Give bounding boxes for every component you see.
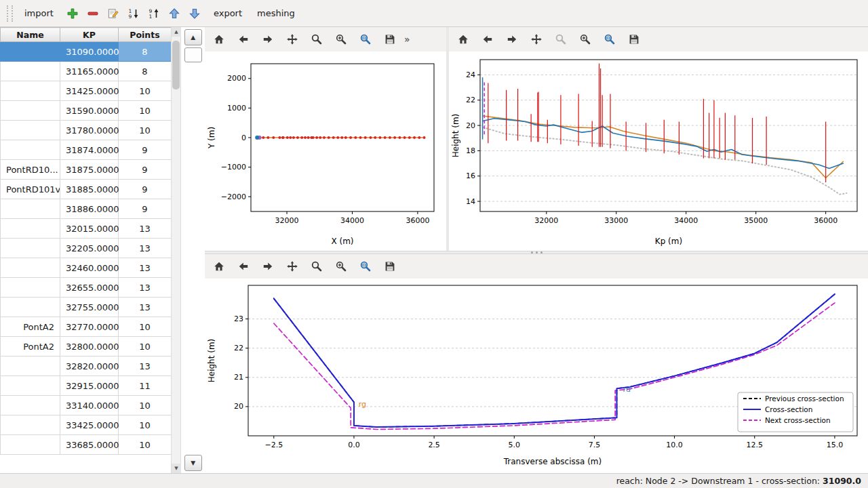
zoom-axes-button[interactable] bbox=[575, 30, 595, 49]
table-row[interactable]: 31874.00009 bbox=[1, 140, 172, 160]
panel-scroll-thumb[interactable] bbox=[184, 47, 202, 62]
back-button[interactable] bbox=[477, 30, 498, 49]
save-button[interactable] bbox=[380, 30, 400, 49]
table-row[interactable]: 31590.000010 bbox=[1, 101, 172, 121]
cell-points: 9 bbox=[119, 180, 172, 199]
table-row[interactable]: 31780.000010 bbox=[1, 121, 172, 140]
table-row[interactable]: 32755.000013 bbox=[1, 298, 172, 317]
forward-button[interactable] bbox=[502, 30, 522, 49]
zoom-axes-button[interactable] bbox=[331, 257, 351, 276]
menu-meshing[interactable]: meshing bbox=[252, 5, 300, 21]
table-row[interactable]: 32820.000013 bbox=[1, 357, 172, 376]
zoom-button[interactable] bbox=[307, 257, 327, 276]
table-row[interactable]: 31886.00009 bbox=[1, 199, 172, 219]
table-row[interactable]: 32655.000013 bbox=[1, 278, 172, 298]
column-header-name[interactable]: Name bbox=[1, 28, 60, 42]
svg-text:2.5: 2.5 bbox=[428, 441, 440, 449]
cross-section-chart[interactable]: rgrd−2.50.02.55.07.510.012.515.020212223… bbox=[205, 279, 868, 471]
profile-chart[interactable]: 3200033000340003500036000141618202224Kp … bbox=[449, 52, 868, 251]
cell-name bbox=[1, 101, 60, 121]
cell-kp: 32770.0000 bbox=[60, 317, 119, 337]
column-header-points[interactable]: Points bbox=[119, 28, 172, 42]
cell-name: PontRD10... bbox=[1, 160, 60, 180]
table-scrollbar[interactable]: ▲ ▼ bbox=[171, 27, 181, 473]
zoom-rect-button[interactable] bbox=[355, 30, 376, 49]
add-icon bbox=[66, 7, 79, 20]
menubar: import 1991 export meshing bbox=[0, 0, 868, 27]
svg-text:22: 22 bbox=[466, 96, 475, 104]
cell-kp: 31425.0000 bbox=[60, 81, 119, 101]
cell-name bbox=[1, 239, 60, 258]
home-icon bbox=[213, 260, 225, 272]
pan-button[interactable] bbox=[282, 257, 302, 276]
panel-scroll-down-button[interactable]: ▼ bbox=[184, 455, 202, 471]
home-button[interactable] bbox=[209, 257, 229, 276]
table-row[interactable]: 31165.00008 bbox=[1, 62, 172, 81]
move-up-icon bbox=[168, 7, 180, 20]
zoom-rect-button[interactable] bbox=[599, 30, 620, 49]
toolbar-grip[interactable] bbox=[7, 5, 13, 22]
cell-name bbox=[1, 81, 60, 101]
remove-button[interactable] bbox=[84, 5, 102, 22]
plan-chart[interactable]: 320003400036000200010000−1000−2000X (m)Y… bbox=[205, 52, 446, 251]
table-row[interactable]: 33425.000010 bbox=[1, 415, 172, 435]
cell-kp: 31886.0000 bbox=[60, 199, 119, 219]
forward-button[interactable] bbox=[258, 30, 278, 49]
panel-scroll-up-button[interactable]: ▲ bbox=[184, 29, 202, 45]
move-down-button[interactable] bbox=[186, 5, 203, 22]
table-row[interactable]: 32915.000011 bbox=[1, 376, 172, 396]
table-row[interactable]: 32015.000013 bbox=[1, 219, 172, 239]
zoom-button[interactable] bbox=[307, 30, 327, 49]
move-up-button[interactable] bbox=[165, 5, 183, 22]
menu-import[interactable]: import bbox=[20, 5, 58, 21]
table-row[interactable]: 33685.000010 bbox=[1, 435, 172, 455]
save-button[interactable] bbox=[624, 30, 644, 49]
back-button[interactable] bbox=[233, 257, 254, 276]
toolbar-overflow-button[interactable]: » bbox=[401, 34, 413, 45]
zoom-button[interactable] bbox=[551, 30, 571, 49]
column-header-kp[interactable]: KP bbox=[60, 28, 119, 42]
table-row[interactable]: PontRD101v31885.00009 bbox=[1, 180, 172, 199]
svg-text:18: 18 bbox=[466, 146, 475, 155]
sort-asc-icon: 19 bbox=[127, 7, 140, 20]
table-row[interactable]: 32205.000013 bbox=[1, 239, 172, 258]
home-button[interactable] bbox=[453, 30, 473, 49]
cell-name bbox=[1, 435, 60, 455]
table-row[interactable]: 31090.00008 bbox=[1, 42, 172, 62]
cell-kp: 31885.0000 bbox=[60, 180, 119, 199]
table-row[interactable]: 32460.000013 bbox=[1, 258, 172, 278]
sort-desc-button[interactable]: 91 bbox=[145, 5, 163, 22]
table-row[interactable]: 33140.000010 bbox=[1, 396, 172, 415]
svg-text:34000: 34000 bbox=[340, 216, 364, 225]
table-scrollbar-thumb[interactable] bbox=[172, 41, 180, 89]
cell-kp: 31875.0000 bbox=[60, 160, 119, 180]
scroll-down-icon[interactable]: ▼ bbox=[172, 464, 181, 473]
pan-button[interactable] bbox=[282, 30, 302, 49]
cell-kp: 32655.0000 bbox=[60, 278, 119, 298]
pan-button[interactable] bbox=[526, 30, 547, 49]
cell-name bbox=[1, 121, 60, 140]
cell-name bbox=[1, 396, 60, 415]
table-row[interactable]: PontA232800.000010 bbox=[1, 337, 172, 357]
save-button[interactable] bbox=[380, 257, 400, 276]
menu-export[interactable]: export bbox=[209, 5, 247, 21]
svg-text:12.5: 12.5 bbox=[747, 441, 764, 449]
forward-button[interactable] bbox=[258, 257, 278, 276]
zoom-axes-icon bbox=[335, 260, 347, 272]
sort-desc-icon: 91 bbox=[148, 7, 160, 20]
zoom-axes-button[interactable] bbox=[331, 30, 351, 49]
zoom-axes-icon bbox=[335, 33, 347, 45]
cell-name bbox=[1, 62, 60, 81]
home-button[interactable] bbox=[209, 30, 229, 49]
edit-button[interactable] bbox=[104, 5, 122, 22]
back-button[interactable] bbox=[233, 30, 254, 49]
zoom-rect-button[interactable] bbox=[355, 257, 376, 276]
cell-name bbox=[1, 357, 60, 376]
plan-toolbar bbox=[209, 30, 400, 49]
sort-asc-button[interactable]: 19 bbox=[125, 5, 142, 22]
add-button[interactable] bbox=[64, 5, 81, 22]
table-row[interactable]: PontA232770.000010 bbox=[1, 317, 172, 337]
scroll-up-icon[interactable]: ▲ bbox=[172, 27, 181, 37]
table-row[interactable]: 31425.000010 bbox=[1, 81, 172, 101]
table-row[interactable]: PontRD10...31875.00009 bbox=[1, 160, 172, 180]
